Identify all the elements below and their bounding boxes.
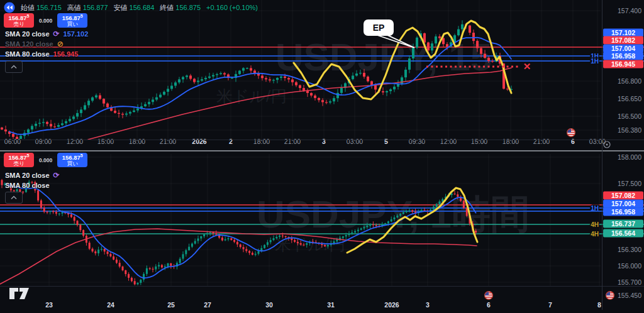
eye-off-icon: ⊘	[57, 40, 64, 48]
low-value: 安値156.684	[114, 3, 155, 13]
indicator-sma80[interactable]: SMA 80 close	[5, 180, 60, 190]
chevron-up-icon	[11, 195, 17, 200]
chart-plot-area-1h[interactable]	[0, 154, 601, 286]
chart-canvas: USDJPY, 15米ドル/円1H1H✕EP157.400156.800156.…	[0, 0, 644, 313]
open-value: 始値156.715	[21, 3, 62, 13]
indicator-value: 156.945	[53, 50, 79, 58]
high-value: 高値156.877	[67, 3, 108, 13]
indicator-name: SMA 80 close	[5, 50, 50, 58]
axis-settings-icon-dot	[606, 144, 608, 146]
indicator-name: SMA 80 close	[5, 182, 50, 189]
loading-icon: ⟳	[53, 171, 60, 180]
ohlc-header: 始値156.715 高値156.877 安値156.684 終値156.875 …	[4, 2, 258, 13]
loading-icon: ⟳	[53, 30, 60, 38]
indicator-sma20[interactable]: SMA 20 close ⟳ 157.102	[5, 29, 88, 39]
time-axis-15m[interactable]	[0, 140, 601, 150]
spread-value: 0.000	[37, 157, 54, 163]
indicator-legend-15m: SMA 20 close ⟳ 157.102 SMA 120 close ⊘ S…	[5, 29, 88, 59]
time-axis-1h[interactable]	[0, 287, 601, 312]
sell-button[interactable]: 156.875 売り	[4, 13, 34, 28]
indicator-sma80[interactable]: SMA 80 close 156.945	[5, 49, 88, 59]
spread-value: 0.000	[37, 18, 54, 24]
indicator-name: SMA 120 close	[5, 40, 53, 48]
collapse-pane-button-1h[interactable]	[5, 192, 23, 204]
indicator-sma20[interactable]: SMA 20 close ⟳	[5, 170, 60, 180]
collapse-pane-button-15m[interactable]	[5, 61, 23, 73]
indicator-legend-1h: SMA 20 close ⟳ SMA 80 close	[5, 170, 60, 190]
chevron-up-icon	[11, 65, 17, 69]
indicator-name: SMA 20 close	[5, 30, 50, 38]
tradingview-logo[interactable]	[9, 287, 30, 303]
change-value: +0.160 (+0.10%)	[206, 4, 258, 11]
buy-button[interactable]: 156.875 買い	[57, 13, 87, 28]
tradingview-app: USDJPY, 15米ドル/円1H1H✕EP157.400156.800156.…	[0, 0, 644, 313]
indicator-sma120[interactable]: SMA 120 close ⊘	[5, 39, 88, 49]
bar-replay-icon[interactable]	[4, 2, 15, 13]
trade-panel-1h: 156.875 売り 0.000 156.875 買い	[4, 153, 87, 167]
trade-panel-15m: 156.875 売り 0.000 156.875 買い	[4, 13, 87, 28]
sell-button[interactable]: 156.875 売り	[4, 153, 34, 167]
price-axis[interactable]	[602, 0, 644, 310]
indicator-name: SMA 20 close	[5, 172, 50, 179]
buy-button[interactable]: 156.875 買い	[57, 153, 87, 167]
close-value: 終値156.875	[160, 3, 201, 13]
chart-plot-area-15m[interactable]	[0, 0, 601, 140]
indicator-value: 157.102	[64, 30, 89, 38]
